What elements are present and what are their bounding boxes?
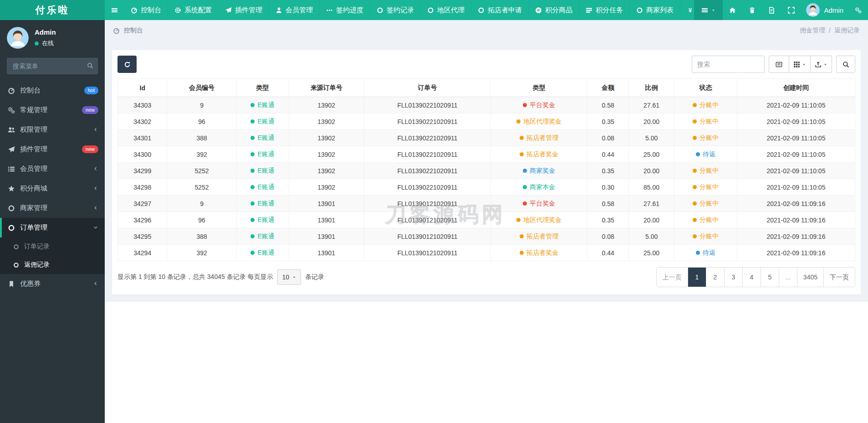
cell-bonus-type: 地区代理奖金 [491, 113, 587, 130]
nav-item[interactable]: 签约进度 [319, 0, 370, 20]
plane-icon [225, 7, 232, 14]
circle-o-icon [13, 244, 19, 250]
cell-status: 待返 [674, 146, 737, 163]
table-search-input[interactable] [692, 56, 765, 73]
table-row: 3429696E账通13901FLL01390121020911地区代理奖金0.… [118, 212, 855, 228]
nav-item[interactable]: 商家列表 [629, 0, 680, 20]
nav-item[interactable]: 签约记录 [370, 0, 420, 20]
cell-status: 分账中 [674, 196, 737, 212]
cell-ratio: 20.00 [628, 212, 674, 228]
svg-text:P: P [537, 8, 540, 12]
columns-button[interactable] [789, 56, 811, 73]
cell-status: 分账中 [674, 179, 737, 196]
sidebar-subitem[interactable]: 订单记录 [0, 237, 105, 256]
page-button[interactable]: 1 [688, 268, 706, 287]
nav-item[interactable]: 系统配置 [168, 0, 218, 20]
status-dot-icon [250, 136, 255, 140]
column-header: 会员编号 [167, 79, 236, 97]
sidebar-item-label: 商家管理 [20, 204, 88, 212]
cell-amount: 0.58 [587, 196, 629, 212]
breadcrumb-section[interactable]: 控制台 [113, 26, 143, 35]
settings-button[interactable] [848, 0, 868, 20]
nav-item[interactable]: 积分任务 [579, 0, 629, 20]
colored-label: 分账中 [700, 232, 719, 240]
column-header: 类型 [236, 79, 289, 97]
status-dot-icon [250, 234, 255, 238]
search-button[interactable] [836, 56, 855, 73]
page-button[interactable]: ... [779, 268, 797, 287]
sidebar-item[interactable]: 控制台hot [0, 81, 105, 100]
sidebar-item[interactable]: 订单管理 [0, 218, 105, 237]
fullscreen-button[interactable] [781, 0, 801, 20]
page-button[interactable]: 2 [706, 268, 724, 287]
export-button[interactable] [811, 56, 832, 73]
trash-button[interactable] [742, 0, 762, 20]
detail-view-button[interactable] [769, 56, 789, 73]
list-icon [701, 7, 708, 14]
nav-item[interactable]: 地区代理 [420, 0, 471, 20]
columns-grid-icon [793, 61, 800, 68]
table-row: 3430296E账通13902FLL01390221020911地区代理奖金0.… [118, 113, 855, 130]
home-icon [729, 7, 736, 14]
page-button[interactable]: 3405 [797, 268, 823, 287]
page-button[interactable]: 3 [724, 268, 742, 287]
cell-id: 34300 [118, 146, 167, 163]
status-dot-icon [520, 136, 524, 140]
user-status: 在线 [35, 39, 56, 47]
nav-item-label: 签约进度 [336, 6, 363, 15]
nav-item[interactable]: 会员管理 [269, 0, 319, 20]
sidebar-item-label: 权限管理 [20, 125, 88, 134]
nav-item[interactable]: 控制台 [124, 0, 168, 20]
sidebar-item[interactable]: 优惠券 [0, 274, 105, 294]
page-button[interactable]: 4 [742, 268, 761, 287]
cell-member: 96 [167, 113, 236, 130]
colored-label: 拓店者管理 [526, 232, 558, 240]
status-dot-icon [250, 251, 255, 255]
nav-item[interactable]: ¥口令记录 [680, 0, 694, 20]
nav-item[interactable]: P积分商品 [528, 0, 579, 20]
sidebar-subitem[interactable]: 返佣记录 [0, 256, 105, 274]
chevron-left-icon [93, 280, 98, 288]
status-dot-icon [250, 103, 255, 107]
status-dot-icon [696, 251, 700, 255]
status-dot-icon [516, 119, 521, 124]
page-button[interactable]: 5 [761, 268, 779, 287]
cell-status: 分账中 [674, 113, 737, 130]
table-row: 342985252E账通13902FLL01390221020911商家本金0.… [118, 179, 855, 196]
breadcrumb-separator: / [829, 27, 831, 34]
sidebar-item[interactable]: 权限管理 [0, 120, 105, 139]
chevron-left-icon [93, 204, 98, 212]
status-dot-icon [250, 152, 255, 156]
home-button[interactable] [723, 0, 742, 20]
nav-item[interactable]: 插件管理 [218, 0, 269, 20]
page-button[interactable]: 下一页 [823, 268, 855, 287]
cell-type: E账通 [236, 97, 289, 113]
sidebar-item[interactable]: 会员管理 [0, 159, 105, 179]
sidebar-item[interactable]: 商家管理 [0, 198, 105, 218]
status-dot-icon [520, 152, 524, 156]
cell-bonus-type: 拓店者管理 [491, 130, 587, 146]
admin-user-menu[interactable]: Admin [801, 0, 848, 20]
sidebar-subitem-label: 订单记录 [24, 242, 98, 251]
trash-icon [749, 7, 756, 14]
status-dot-icon [250, 169, 255, 173]
refresh-button[interactable] [117, 56, 137, 73]
sidebar-search-input[interactable] [7, 58, 98, 74]
page-button[interactable]: 上一页 [657, 268, 688, 287]
logs-button[interactable] [762, 0, 781, 20]
sidebar-menu: 控制台hot常规管理new权限管理插件管理new会员管理积分商城商家管理订单管理… [0, 81, 105, 294]
app-logo[interactable]: 付乐啦 [0, 0, 105, 20]
nav-item[interactable]: 拓店者申请 [471, 0, 528, 20]
sidebar-toggle-button[interactable] [105, 0, 124, 20]
circle-icon [636, 7, 643, 14]
page-size-select[interactable]: 10 [277, 269, 301, 285]
plane-icon [8, 146, 15, 153]
cell-member: 5252 [167, 179, 236, 196]
navbar-list-dropdown[interactable] [694, 0, 723, 20]
sidebar-item[interactable]: 积分商城 [0, 179, 105, 198]
sidebar-item[interactable]: 插件管理new [0, 139, 105, 159]
sidebar-item[interactable]: 常规管理new [0, 100, 105, 120]
svg-text:¥: ¥ [689, 7, 692, 14]
main-content: 控制台 佣金管理 / 返佣记录 [105, 0, 868, 302]
circle-icon [478, 7, 485, 14]
